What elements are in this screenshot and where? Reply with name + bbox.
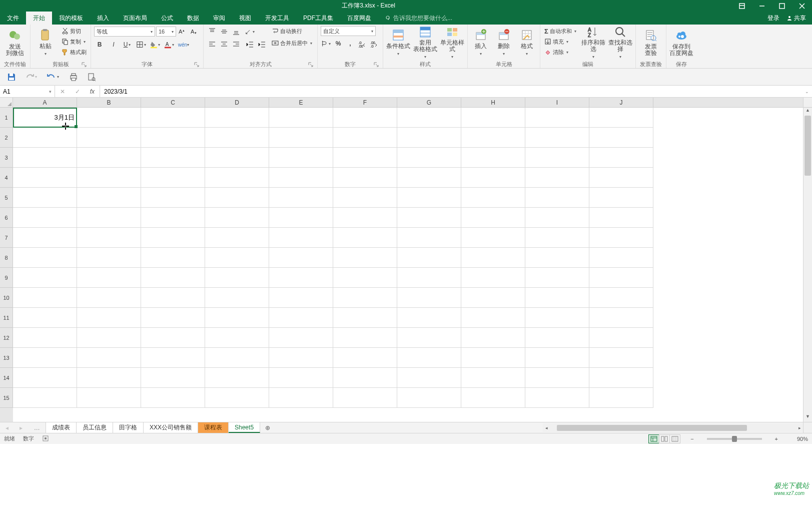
format-cells-button[interactable]: 格式▾ bbox=[517, 26, 537, 59]
cell-D9[interactable] bbox=[205, 268, 269, 288]
cell-J1[interactable] bbox=[589, 108, 653, 128]
cell-D1[interactable] bbox=[205, 108, 269, 128]
expand-formula-bar-icon[interactable]: ⌄ bbox=[802, 86, 812, 97]
cell-D6[interactable] bbox=[205, 208, 269, 228]
cell-E4[interactable] bbox=[269, 168, 333, 188]
number-launcher-icon[interactable] bbox=[374, 62, 379, 67]
paste-button[interactable]: 粘贴 ▾ bbox=[34, 26, 58, 59]
cell-B7[interactable] bbox=[77, 228, 141, 248]
font-launcher-icon[interactable] bbox=[194, 62, 199, 67]
vertical-scrollbar[interactable]: ▲ ▼ bbox=[803, 108, 812, 422]
cell-H13[interactable] bbox=[461, 348, 525, 368]
cell-B14[interactable] bbox=[77, 368, 141, 388]
tab-data[interactable]: 数据 bbox=[180, 12, 206, 25]
cell-B4[interactable] bbox=[77, 168, 141, 188]
tab-pdf-tools[interactable]: PDF工具集 bbox=[296, 12, 340, 25]
decrease-decimal-icon[interactable]: .00.0 bbox=[369, 38, 380, 49]
cell-F14[interactable] bbox=[333, 368, 397, 388]
cell-F1[interactable] bbox=[333, 108, 397, 128]
cell-J8[interactable] bbox=[589, 248, 653, 268]
align-right-icon[interactable] bbox=[231, 39, 242, 50]
cell-H15[interactable] bbox=[461, 388, 525, 408]
tab-developer[interactable]: 开发工具 bbox=[258, 12, 296, 25]
cell-F3[interactable] bbox=[333, 148, 397, 168]
cell-B12[interactable] bbox=[77, 328, 141, 348]
cell-C2[interactable] bbox=[141, 128, 205, 148]
italic-icon[interactable]: I bbox=[108, 39, 119, 50]
cell-A15[interactable] bbox=[13, 388, 77, 408]
cell-J11[interactable] bbox=[589, 308, 653, 328]
sheet-tab-1[interactable]: 成绩表 bbox=[46, 422, 77, 433]
cell-E7[interactable] bbox=[269, 228, 333, 248]
cell-F10[interactable] bbox=[333, 288, 397, 308]
cell-A13[interactable] bbox=[13, 348, 77, 368]
column-header-D[interactable]: D bbox=[205, 98, 269, 108]
tab-formulas[interactable]: 公式 bbox=[154, 12, 180, 25]
cell-B3[interactable] bbox=[77, 148, 141, 168]
table-format-button[interactable]: 套用 表格格式▾ bbox=[413, 26, 437, 59]
cell-E15[interactable] bbox=[269, 388, 333, 408]
cell-F2[interactable] bbox=[333, 128, 397, 148]
align-bottom-icon[interactable] bbox=[231, 26, 242, 37]
wrap-text-button[interactable]: 自动换行 bbox=[271, 26, 314, 36]
tab-insert[interactable]: 插入 bbox=[90, 12, 116, 25]
cell-H8[interactable] bbox=[461, 248, 525, 268]
cell-D14[interactable] bbox=[205, 368, 269, 388]
cell-I4[interactable] bbox=[525, 168, 589, 188]
sheet-tab-5[interactable]: 课程表 bbox=[198, 422, 229, 433]
cell-style-button[interactable]: 单元格样式▾ bbox=[440, 26, 464, 59]
cell-E8[interactable] bbox=[269, 248, 333, 268]
scroll-thumb[interactable] bbox=[804, 116, 811, 176]
new-sheet-icon[interactable]: ⊕ bbox=[260, 422, 275, 433]
increase-indent-icon[interactable] bbox=[257, 39, 268, 50]
fill-color-icon[interactable]: ▾ bbox=[150, 39, 161, 50]
cell-E10[interactable] bbox=[269, 288, 333, 308]
cell-I2[interactable] bbox=[525, 128, 589, 148]
cell-C14[interactable] bbox=[141, 368, 205, 388]
cell-H10[interactable] bbox=[461, 288, 525, 308]
cell-J2[interactable] bbox=[589, 128, 653, 148]
cell-F6[interactable] bbox=[333, 208, 397, 228]
cell-F11[interactable] bbox=[333, 308, 397, 328]
scroll-right-icon[interactable]: ▸ bbox=[796, 425, 803, 430]
cell-F13[interactable] bbox=[333, 348, 397, 368]
cell-I13[interactable] bbox=[525, 348, 589, 368]
cell-B15[interactable] bbox=[77, 388, 141, 408]
ribbon-display-options-icon[interactable] bbox=[732, 0, 752, 12]
row-header-15[interactable]: 15 bbox=[0, 388, 13, 408]
cell-I9[interactable] bbox=[525, 268, 589, 288]
cell-E9[interactable] bbox=[269, 268, 333, 288]
cell-C1[interactable] bbox=[141, 108, 205, 128]
undo-icon[interactable]: ▾ bbox=[47, 73, 60, 82]
cell-B9[interactable] bbox=[77, 268, 141, 288]
cell-F15[interactable] bbox=[333, 388, 397, 408]
tab-baidu[interactable]: 百度网盘 bbox=[340, 12, 378, 25]
formula-input[interactable]: 2023/3/1 bbox=[100, 86, 802, 97]
tell-me-input[interactable]: 告诉我您想要做什么... bbox=[378, 12, 459, 25]
cell-B8[interactable] bbox=[77, 248, 141, 268]
minimize-icon[interactable] bbox=[752, 0, 772, 12]
cell-H12[interactable] bbox=[461, 328, 525, 348]
cell-G8[interactable] bbox=[397, 248, 461, 268]
tab-page-layout[interactable]: 页面布局 bbox=[116, 12, 154, 25]
tab-view[interactable]: 视图 bbox=[232, 12, 258, 25]
clipboard-launcher-icon[interactable] bbox=[82, 62, 87, 67]
cell-J12[interactable] bbox=[589, 328, 653, 348]
cell-D3[interactable] bbox=[205, 148, 269, 168]
row-header-2[interactable]: 2 bbox=[0, 128, 13, 148]
column-header-G[interactable]: G bbox=[397, 98, 461, 108]
cell-C3[interactable] bbox=[141, 148, 205, 168]
align-center-icon[interactable] bbox=[219, 39, 230, 50]
insert-cells-button[interactable]: 插入▾ bbox=[471, 26, 491, 59]
cell-E12[interactable] bbox=[269, 328, 333, 348]
cell-D12[interactable] bbox=[205, 328, 269, 348]
cancel-formula-icon[interactable]: ✕ bbox=[60, 88, 65, 95]
cell-I15[interactable] bbox=[525, 388, 589, 408]
sheet-tab-4[interactable]: XXX公司销售额 bbox=[144, 422, 198, 433]
cell-B6[interactable] bbox=[77, 208, 141, 228]
view-page-layout-icon[interactable] bbox=[659, 434, 670, 443]
cell-C12[interactable] bbox=[141, 328, 205, 348]
cell-F8[interactable] bbox=[333, 248, 397, 268]
scroll-up-icon[interactable]: ▲ bbox=[803, 108, 812, 116]
format-painter-button[interactable]: 格式刷 bbox=[61, 47, 88, 57]
